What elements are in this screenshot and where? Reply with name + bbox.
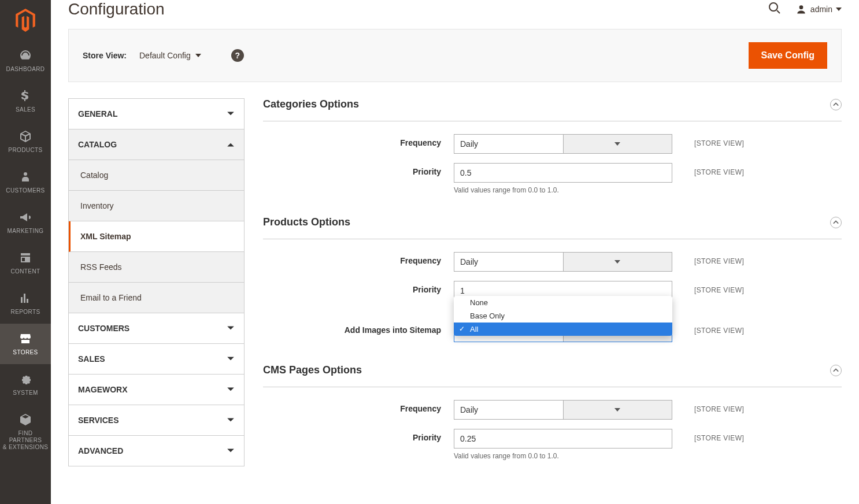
magento-logo[interactable] xyxy=(0,0,51,40)
admin-sidebar: DASHBOARD SALES PRODUCTS CUSTOMERS MARKE… xyxy=(0,0,51,504)
collapse-icon xyxy=(830,99,842,110)
dropdown-products-images: None Base Only All xyxy=(454,296,672,336)
nav-products[interactable]: PRODUCTS xyxy=(0,121,51,162)
subtab-xml-sitemap[interactable]: XML Sitemap xyxy=(69,221,244,252)
tab-mageworx[interactable]: MAGEWORX xyxy=(69,375,244,405)
page-title: Configuration xyxy=(68,0,165,18)
chevron-down-icon xyxy=(227,447,235,455)
label-categories-priority: Priority xyxy=(263,163,454,176)
subtab-inventory[interactable]: Inventory xyxy=(69,191,244,221)
collapse-icon xyxy=(830,365,842,376)
svg-point-2 xyxy=(799,5,804,9)
svg-point-0 xyxy=(24,172,27,176)
panel-products-options: Products Options Frequency Daily [STORE … xyxy=(263,216,842,342)
scope-tag: [STORE VIEW] xyxy=(694,163,744,176)
nav-dashboard[interactable]: DASHBOARD xyxy=(0,40,51,81)
label-categories-frequency: Frequency xyxy=(263,134,454,147)
subtab-email-friend[interactable]: Email to a Friend xyxy=(69,283,244,313)
scope-tag: [STORE VIEW] xyxy=(694,321,744,335)
tab-advanced[interactable]: ADVANCED xyxy=(69,436,244,466)
input-categories-priority[interactable] xyxy=(454,163,672,183)
nav-system[interactable]: SYSTEM xyxy=(0,364,51,405)
chevron-up-icon xyxy=(227,140,235,149)
nav-partners[interactable]: FIND PARTNERS & EXTENSIONS xyxy=(0,405,51,459)
admin-label: admin xyxy=(810,5,832,14)
panel-cms-options: CMS Pages Options Frequency Daily [STORE… xyxy=(263,364,842,460)
admin-account-dropdown[interactable]: admin xyxy=(795,3,842,15)
nav-reports[interactable]: REPORTS xyxy=(0,283,51,324)
select-products-frequency[interactable]: Daily xyxy=(454,252,672,272)
user-icon xyxy=(795,3,807,15)
chevron-down-icon xyxy=(227,416,235,424)
caret-down-icon xyxy=(195,53,201,58)
hint-priority: Valid values range from 0.0 to 1.0. xyxy=(454,452,672,460)
tab-catalog[interactable]: CATALOG xyxy=(69,129,244,160)
scope-tag: [STORE VIEW] xyxy=(694,252,744,265)
help-icon[interactable]: ? xyxy=(231,49,244,62)
subtab-catalog[interactable]: Catalog xyxy=(69,160,244,191)
nav-stores[interactable]: STORES xyxy=(0,324,51,364)
config-panels: Categories Options Frequency Daily [STOR… xyxy=(263,98,842,482)
collapse-icon xyxy=(830,217,842,228)
tab-general[interactable]: GENERAL xyxy=(69,99,244,129)
save-config-button[interactable]: Save Config xyxy=(749,42,827,69)
input-cms-priority[interactable] xyxy=(454,429,672,449)
scope-tag: [STORE VIEW] xyxy=(694,400,744,413)
panel-header-products[interactable]: Products Options xyxy=(263,216,842,239)
label-cms-frequency: Frequency xyxy=(263,400,454,413)
dropdown-option-none[interactable]: None xyxy=(454,296,672,309)
scope-toolbar: Store View: Default Config ? Save Config xyxy=(68,29,842,82)
page-header: Configuration admin xyxy=(68,0,842,18)
caret-down-icon xyxy=(563,134,673,154)
panel-categories-options: Categories Options Frequency Daily [STOR… xyxy=(263,98,842,194)
label-cms-priority: Priority xyxy=(263,429,454,442)
chevron-down-icon xyxy=(227,324,235,332)
label-products-priority: Priority xyxy=(263,281,454,294)
caret-down-icon xyxy=(563,252,673,272)
dropdown-option-base-only[interactable]: Base Only xyxy=(454,309,672,323)
scope-tag: [STORE VIEW] xyxy=(694,134,744,147)
select-categories-frequency[interactable]: Daily xyxy=(454,134,672,154)
tab-services[interactable]: SERVICES xyxy=(69,405,244,436)
caret-down-icon xyxy=(563,400,673,420)
dropdown-option-all[interactable]: All xyxy=(454,323,672,336)
chevron-down-icon xyxy=(227,355,235,363)
config-tabs: GENERAL CATALOG Catalog Inventory XML Si… xyxy=(68,98,245,466)
label-products-frequency: Frequency xyxy=(263,252,454,265)
scope-label: Store View: xyxy=(83,51,127,60)
subtab-rss-feeds[interactable]: RSS Feeds xyxy=(69,252,244,283)
tab-sales[interactable]: SALES xyxy=(69,344,244,375)
hint-priority: Valid values range from 0.0 to 1.0. xyxy=(454,186,672,194)
scope-tag: [STORE VIEW] xyxy=(694,429,744,442)
chevron-down-icon xyxy=(227,110,235,118)
label-products-images: Add Images into Sitemap xyxy=(263,321,454,335)
nav-content[interactable]: CONTENT xyxy=(0,243,51,283)
main-column: Configuration admin Store View: Default … xyxy=(51,0,859,504)
tab-customers[interactable]: CUSTOMERS xyxy=(69,313,244,344)
nav-customers[interactable]: CUSTOMERS xyxy=(0,162,51,202)
panel-header-cms[interactable]: CMS Pages Options xyxy=(263,364,842,387)
search-icon[interactable] xyxy=(768,1,782,17)
scope-tag: [STORE VIEW] xyxy=(694,281,744,294)
nav-marketing[interactable]: MARKETING xyxy=(0,202,51,243)
nav-sales[interactable]: SALES xyxy=(0,81,51,121)
caret-down-icon xyxy=(836,6,842,12)
scope-switcher[interactable]: Default Config xyxy=(139,51,201,60)
tab-catalog-subitems: Catalog Inventory XML Sitemap RSS Feeds … xyxy=(69,160,244,313)
chevron-down-icon xyxy=(227,386,235,394)
panel-header-categories[interactable]: Categories Options xyxy=(263,98,842,121)
select-cms-frequency[interactable]: Daily xyxy=(454,400,672,420)
svg-point-1 xyxy=(769,3,777,11)
